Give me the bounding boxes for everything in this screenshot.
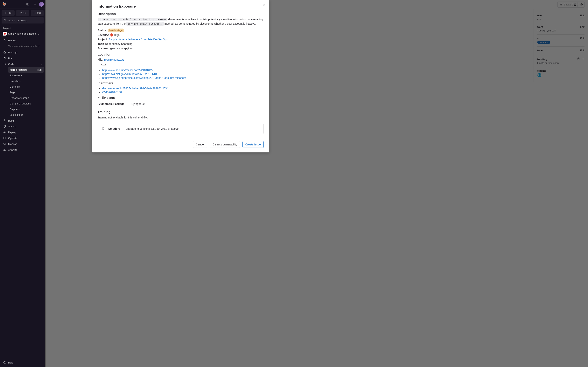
project-label: Project: [98,38,108,41]
cancel-button[interactable]: Cancel [193,141,207,148]
severity-label: Severity: [98,33,109,36]
sidebar-item-operate[interactable]: Operate › [1,135,44,141]
mr-count: 13 [23,12,26,14]
todo-count: 99+ [37,12,41,14]
svg-rect-4 [5,12,7,14]
sidebar-item-branches[interactable]: Branches [8,78,44,84]
gitlab-logo-icon[interactable] [1,1,7,7]
deploy-icon [3,131,6,134]
severity-value: High [114,33,120,36]
external-link[interactable]: https://www.djangoproject.com/weblog/201… [102,76,186,79]
project-header[interactable]: 🐞 Simply Vulnerable Notes - ... [0,31,45,37]
sidebar-toggle-icon[interactable] [25,1,31,7]
identifier-link[interactable]: Gemnasium-a9427805-dbeb-439d-84e6-f28988… [102,87,168,90]
operate-label: Operate [8,137,17,140]
main: GitLab Duo Chat neeEdit ern wersEdit - a… [45,0,588,367]
question-icon [3,361,6,364]
identifiers-list: Gemnasium-a9427805-dbeb-439d-84e6-f28988… [98,87,264,94]
sidebar-item-help[interactable]: Help [1,360,44,366]
identifiers-heading: Identifiers [98,81,264,85]
project-name: Simply Vulnerable Notes - ... [8,32,40,35]
dismiss-vulnerability-button[interactable]: Dismiss vulnerability [210,141,240,148]
sidebar-item-plan[interactable]: Plan › [1,55,44,61]
home-icon [3,51,6,54]
sidebar-item-build[interactable]: Build › [1,118,44,124]
svg-point-13 [4,120,5,120]
create-issue-button[interactable]: Create Issue [242,141,264,148]
search-input[interactable]: Search or go to... [1,17,44,24]
issues-counter[interactable]: 13 [1,10,15,16]
sidebar-item-analyze[interactable]: Analyze › [1,147,44,153]
scanner-label: Scanner: [98,47,109,50]
monitor-icon [3,142,6,145]
identifier-link[interactable]: CVE-2018-6188 [102,91,122,94]
external-link[interactable]: http://www.securitytracker.com/id/104042… [102,68,153,72]
file-link[interactable]: requirements.txt [104,58,124,61]
sidebar-item-manage[interactable]: Manage › [1,50,44,55]
sidebar-item-pinned[interactable]: Pinned ⌄ [1,37,44,43]
sidebar-item-repository-graph[interactable]: Repository graph [8,95,44,101]
chevron-down-icon: ⌄ [41,39,42,42]
location-heading: Location [98,53,264,57]
sidebar-nav: Pinned ⌄ Your pinned items appear here. … [0,37,45,358]
code-icon [3,63,6,66]
issue-icon [5,11,8,15]
code-snippet: django.contrib.auth.forms.Authentication… [98,18,167,21]
project-link[interactable]: Simply Vulnerable Notes - Complete DevSe… [109,38,168,41]
chevron-right-icon: › [42,137,42,139]
sidebar-item-merge-requests[interactable]: Merge requests 10 [8,67,44,73]
plan-label: Plan [8,57,13,60]
pinned-hint: Your pinned items appear here. [1,43,44,50]
external-link[interactable]: https://nvd.nist.gov/vuln/detail/CVE-201… [102,72,158,75]
severity-high-icon [110,33,113,37]
project-section-label: Project [0,25,45,31]
sidebar-item-deploy[interactable]: Deploy › [1,129,44,135]
modal-title: Information Exposure [98,4,264,8]
todo-icon [33,11,36,15]
close-icon[interactable] [261,2,266,8]
rocket-icon [3,119,6,122]
evidence-toggle[interactable]: Evidence [98,96,264,100]
sidebar-item-monitor[interactable]: Monitor › [1,141,44,147]
shield-icon [3,125,6,128]
sidebar-item-code[interactable]: Code ⌄ [1,61,44,67]
chevron-down-icon: ⌄ [41,63,42,65]
tool-value: Dependency Scanning [105,42,132,45]
lightbulb-icon [101,127,105,131]
svg-rect-15 [4,137,6,139]
todos-counter[interactable]: 99+ [31,10,44,16]
chevron-right-icon: › [42,143,42,145]
search-icon [3,19,7,22]
build-label: Build [8,119,14,122]
sidebar-item-commits[interactable]: Commits [8,84,44,90]
evidence-heading: Evidence [102,96,115,100]
merge-icon [19,11,22,15]
sidebar-item-tags[interactable]: Tags [8,90,44,95]
status-badge: Needs triage [108,29,124,32]
sidebar-item-locked-files[interactable]: Locked files [8,112,44,118]
links-list: http://www.securitytracker.com/id/104042… [98,68,264,79]
solution-label: Solution: [108,127,122,130]
scanner-value: gemnasium-python [110,47,133,50]
chevron-right-icon: › [42,120,42,122]
sidebar-item-repository[interactable]: Repository [8,73,44,78]
user-avatar[interactable] [39,2,44,7]
sidebar-item-snippets[interactable]: Snippets [8,106,44,112]
links-heading: Links [98,63,264,67]
chevron-right-icon: › [42,149,42,151]
merge-requests-counter[interactable]: 13 [16,10,29,16]
svg-rect-0 [27,3,29,5]
clipboard-icon [3,57,6,60]
file-label: File: [98,58,103,61]
analyze-label: Analyze [8,148,17,151]
chevron-right-icon: › [42,51,42,54]
plus-icon[interactable] [32,1,37,7]
search-placeholder: Search or go to... [8,19,28,22]
sidebar-item-secure[interactable]: Secure › [1,124,44,129]
chevron-right-icon: › [42,131,42,133]
merge-requests-badge: 10 [37,68,42,71]
sidebar-item-compare-revisions[interactable]: Compare revisions [8,101,44,106]
monitor-label: Monitor [8,142,17,145]
description-heading: Description [98,12,264,16]
vulnerability-modal: Information Exposure Description django.… [92,0,269,152]
